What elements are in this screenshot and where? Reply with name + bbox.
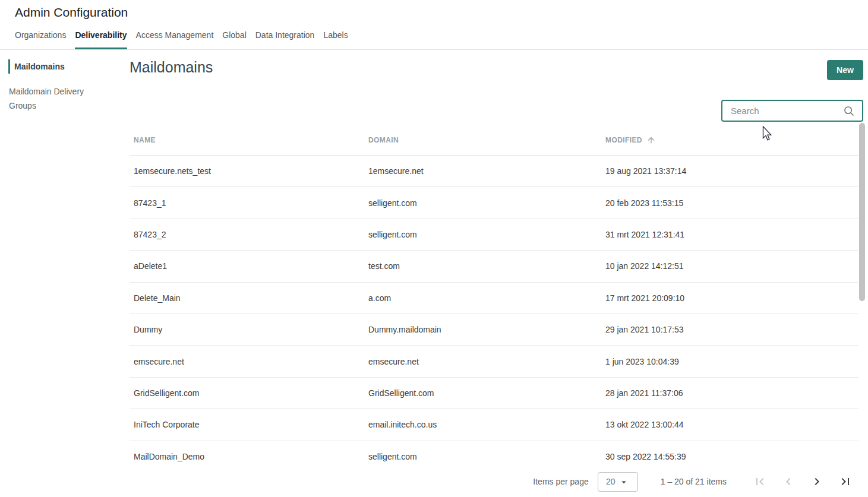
next-page-icon[interactable] xyxy=(810,474,824,489)
cell-domain: emsecure.net xyxy=(368,357,605,366)
pagination-bar: Items per page 20 1 – 20 of 21 items xyxy=(130,466,868,497)
main-content: Maildomains New NAME DOMAIN MODIFIED xyxy=(130,50,868,497)
cell-modified: 20 feb 2023 11:53:15 xyxy=(605,198,858,208)
cell-domain: selligent.com xyxy=(368,452,605,461)
table-row[interactable]: 1emsecure.nets_test 1emsecure.net 19 aug… xyxy=(130,156,858,187)
cell-domain: Dummy.maildomain xyxy=(368,325,605,334)
section-heading: Maildomains xyxy=(130,59,213,76)
tab-deliverability[interactable]: Deliverability xyxy=(75,30,127,49)
column-header-domain[interactable]: DOMAIN xyxy=(368,136,605,144)
items-per-page-label: Items per page xyxy=(533,477,588,486)
cell-modified: 10 jan 2022 14:12:51 xyxy=(605,261,858,271)
items-per-page-select[interactable]: 20 xyxy=(598,472,638,492)
cell-domain: email.initech.co.us xyxy=(368,420,605,429)
pagination-range-label: 1 – 20 of 21 items xyxy=(661,477,727,486)
cell-modified: 13 okt 2022 13:00:44 xyxy=(605,420,858,429)
tab-bar: Organizations Deliverability Access Mana… xyxy=(15,30,348,49)
table-row[interactable]: aDelete1 test.com 10 jan 2022 14:12:51 xyxy=(130,251,858,282)
first-page-icon[interactable] xyxy=(753,474,767,489)
previous-page-icon[interactable] xyxy=(781,474,796,489)
app-header: Admin Configuration Organizations Delive… xyxy=(0,0,868,50)
cell-modified: 17 mrt 2021 20:09:10 xyxy=(605,293,858,303)
table-row[interactable]: Delete_Main a.com 17 mrt 2021 20:09:10 xyxy=(130,283,858,314)
cell-name: MailDomain_Demo xyxy=(130,452,368,461)
sidebar-item-maildomain-delivery-groups[interactable]: Maildomain Delivery Groups xyxy=(0,84,110,113)
cell-modified: 29 jan 2021 10:17:53 xyxy=(605,325,858,334)
table-body: 1emsecure.nets_test 1emsecure.net 19 aug… xyxy=(130,156,858,473)
column-header-name[interactable]: NAME xyxy=(130,136,368,144)
cell-modified: 1 jun 2023 10:04:39 xyxy=(605,357,858,366)
cell-domain: 1emsecure.net xyxy=(368,166,605,176)
tab-labels[interactable]: Labels xyxy=(323,30,348,49)
cell-name: GridSelligent.com xyxy=(130,388,368,398)
mouse-cursor xyxy=(762,126,773,142)
cell-modified: 31 mrt 2021 12:31:41 xyxy=(605,230,858,239)
page-title: Admin Configuration xyxy=(15,5,128,20)
cell-name: Dummy xyxy=(130,325,368,334)
cell-domain: selligent.com xyxy=(368,198,605,208)
cell-name: 87423_2 xyxy=(130,230,368,239)
cell-domain: selligent.com xyxy=(368,230,605,239)
cell-name: IniTech Corporate xyxy=(130,420,368,429)
cell-modified: 19 aug 2021 13:37:14 xyxy=(605,166,858,176)
table-row[interactable]: GridSelligent.com GridSelligent.com 28 j… xyxy=(130,378,858,409)
pagination-nav xyxy=(753,474,853,489)
cell-modified: 30 sep 2022 14:55:39 xyxy=(605,452,858,461)
last-page-icon[interactable] xyxy=(838,474,853,489)
vertical-scrollbar-thumb[interactable] xyxy=(859,123,865,301)
table-row[interactable]: emsecure.net emsecure.net 1 jun 2023 10:… xyxy=(130,346,858,377)
search-icon xyxy=(842,105,856,118)
sort-ascending-icon xyxy=(646,135,656,145)
cell-name: 87423_1 xyxy=(130,198,368,208)
sidebar: Maildomains Maildomain Delivery Groups xyxy=(0,50,130,497)
cell-domain: GridSelligent.com xyxy=(368,388,605,398)
items-per-page-value: 20 xyxy=(606,477,616,486)
table-row[interactable]: Dummy Dummy.maildomain 29 jan 2021 10:17… xyxy=(130,314,858,346)
table-row[interactable]: 87423_1 selligent.com 20 feb 2023 11:53:… xyxy=(130,187,858,219)
tab-access-management[interactable]: Access Management xyxy=(136,30,214,49)
cell-name: 1emsecure.nets_test xyxy=(130,166,368,176)
cell-name: emsecure.net xyxy=(130,357,368,366)
tab-data-integration[interactable]: Data Integration xyxy=(255,30,315,49)
search-box[interactable] xyxy=(721,100,863,122)
cell-name: Delete_Main xyxy=(130,293,368,303)
table-row[interactable]: 87423_2 selligent.com 31 mrt 2021 12:31:… xyxy=(130,219,858,251)
table-row[interactable]: IniTech Corporate email.initech.co.us 13… xyxy=(130,409,858,441)
search-input[interactable] xyxy=(722,106,842,116)
column-header-modified[interactable]: MODIFIED xyxy=(605,135,858,145)
sidebar-item-maildomains[interactable]: Maildomains xyxy=(8,59,118,74)
tab-global[interactable]: Global xyxy=(222,30,246,49)
cell-name: aDelete1 xyxy=(130,261,368,271)
tab-organizations[interactable]: Organizations xyxy=(15,30,66,49)
table-header-row: NAME DOMAIN MODIFIED xyxy=(130,125,858,156)
chevron-down-icon xyxy=(618,477,629,487)
cell-domain: a.com xyxy=(368,293,605,303)
new-button[interactable]: New xyxy=(827,60,863,80)
maildomains-table: NAME DOMAIN MODIFIED 1emsecure.nets_test… xyxy=(130,125,858,473)
cell-modified: 28 jan 2021 11:37:06 xyxy=(605,388,858,398)
cell-domain: test.com xyxy=(368,261,605,271)
